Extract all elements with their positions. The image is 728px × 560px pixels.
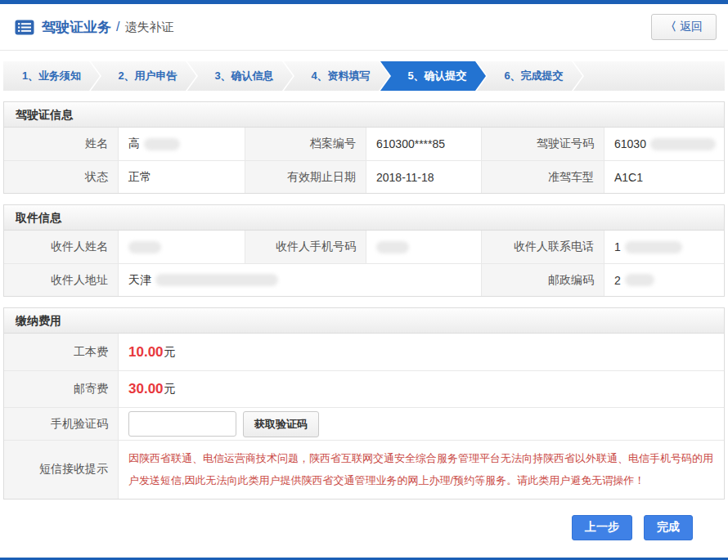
valid-until-label: 有效期止日期 <box>245 160 366 193</box>
name-value-text: 高 <box>128 137 140 151</box>
list-form-icon <box>15 20 34 35</box>
vehicle-class-value: A1C1 <box>604 160 724 193</box>
step-nav-filler <box>573 61 725 91</box>
postage-fee-amount: 30.00 <box>128 381 164 397</box>
breadcrumb-separator: / <box>116 20 119 34</box>
recipient-mobile-label: 收件人手机号码 <box>245 231 366 263</box>
step-2-user-declaration[interactable]: 2、用户申告 <box>91 61 196 91</box>
redacted-address-blur <box>155 274 278 286</box>
license-table: 姓名 高 档案编号 610300****85 驾驶证号码 61030 状态 正常… <box>4 128 724 193</box>
redacted-license-blur <box>650 138 716 150</box>
recipient-address-label: 收件人地址 <box>4 263 119 296</box>
license-number-value: 61030 <box>604 128 724 160</box>
step-nav: 1、业务须知 2、用户申告 3、确认信息 4、资料填写 5、确认提交 6、完成提… <box>3 61 725 91</box>
sms-notice-text: 因陕西省联通、电信运营商技术问题，陕西省互联网交通安全综合服务管理平台无法向持陕… <box>128 447 716 492</box>
recipient-phone-label: 收件人联系电话 <box>482 231 604 263</box>
vehicle-class-label: 准驾车型 <box>482 160 604 193</box>
recipient-phone-text: 1 <box>614 240 621 253</box>
license-number-text: 61030 <box>614 137 646 150</box>
production-fee-amount: 10.00 <box>128 344 164 361</box>
finish-button[interactable]: 完成 <box>644 515 693 540</box>
redacted-phone-blur <box>625 241 682 253</box>
redacted-recipient-blur <box>128 241 161 253</box>
redacted-mobile-blur <box>376 241 409 253</box>
recipient-address-text: 天津 <box>128 273 151 288</box>
name-value: 高 <box>119 128 245 160</box>
status-label: 状态 <box>4 160 119 193</box>
sms-code-field: 获取验证码 <box>119 407 724 440</box>
step-6-complete-submit[interactable]: 6、完成提交 <box>477 61 582 91</box>
redacted-name-blur <box>144 138 180 150</box>
step-5-confirm-submit[interactable]: 5、确认提交 <box>380 61 486 91</box>
pickup-section-title: 取件信息 <box>4 205 724 231</box>
step-4-fill-materials[interactable]: 4、资料填写 <box>284 61 389 91</box>
fees-section: 缴纳费用 工本费 10.00元 邮寄费 30.00元 手机验证码 获取验证码 短… <box>3 307 725 500</box>
page-header: 驾驶证业务 / 遗失补证 〈返回 <box>0 4 728 51</box>
recipient-mobile-value <box>366 231 482 263</box>
valid-until-value: 2018-11-18 <box>366 160 482 193</box>
file-number-label: 档案编号 <box>245 128 366 160</box>
fees-section-title: 缴纳费用 <box>4 308 724 334</box>
postage-fee-label: 邮寄费 <box>4 370 119 407</box>
postage-fee-unit: 元 <box>164 382 176 396</box>
postage-fee-value: 30.00元 <box>119 370 724 407</box>
status-value: 正常 <box>119 160 245 193</box>
license-info-section: 驾驶证信息 姓名 高 档案编号 610300****85 驾驶证号码 61030… <box>3 101 725 194</box>
sms-code-input[interactable] <box>128 411 236 437</box>
production-fee-label: 工本费 <box>4 334 119 370</box>
sms-code-label: 手机验证码 <box>4 407 119 440</box>
back-label: 返回 <box>680 20 703 33</box>
recipient-name-label: 收件人姓名 <box>4 231 119 263</box>
production-fee-value: 10.00元 <box>119 334 724 370</box>
recipient-address-value: 天津 <box>119 263 482 296</box>
sms-notice-value: 因陕西省联通、电信运营商技术问题，陕西省互联网交通安全综合服务管理平台无法向持陕… <box>119 440 724 499</box>
page-title: 驾驶证业务 <box>42 18 111 37</box>
previous-step-button[interactable]: 上一步 <box>572 515 632 540</box>
postal-code-value: 2 <box>604 263 724 296</box>
get-code-button[interactable]: 获取验证码 <box>243 411 319 437</box>
sms-notice-label: 短信接收提示 <box>4 440 119 499</box>
step-1-business-notice[interactable]: 1、业务须知 <box>3 61 100 91</box>
back-chevron-icon: 〈 <box>665 20 676 33</box>
pickup-table: 收件人姓名 收件人手机号码 收件人联系电话 1 收件人地址 天津 邮政编码 2 <box>4 231 724 296</box>
fees-table: 工本费 10.00元 邮寄费 30.00元 手机验证码 获取验证码 短信接收提示… <box>4 334 724 499</box>
license-section-title: 驾驶证信息 <box>4 102 724 128</box>
postal-code-text: 2 <box>614 274 621 287</box>
back-button[interactable]: 〈返回 <box>651 14 717 40</box>
footer-actions: 上一步 完成 <box>0 515 693 540</box>
recipient-phone-value: 1 <box>604 231 724 263</box>
license-number-label: 驾驶证号码 <box>482 128 604 160</box>
redacted-postal-blur <box>625 274 654 286</box>
pickup-info-section: 取件信息 收件人姓名 收件人手机号码 收件人联系电话 1 收件人地址 天津 邮政… <box>3 204 725 297</box>
production-fee-unit: 元 <box>164 345 176 360</box>
step-3-confirm-info[interactable]: 3、确认信息 <box>187 61 293 91</box>
recipient-name-value <box>119 231 245 263</box>
breadcrumb-current: 遗失补证 <box>124 20 173 35</box>
name-label: 姓名 <box>4 128 119 160</box>
postal-code-label: 邮政编码 <box>482 263 604 296</box>
file-number-value: 610300****85 <box>366 128 482 160</box>
